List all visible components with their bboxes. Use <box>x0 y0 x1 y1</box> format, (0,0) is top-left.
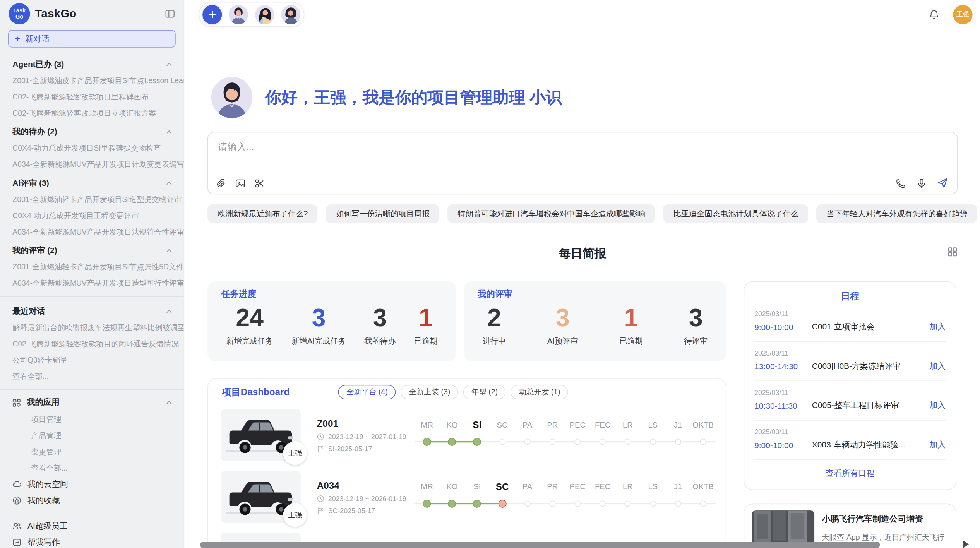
sidebar-item[interactable]: Z001-全新燃油轻卡产品开发项目SI节点属性5D文件评审 <box>0 259 184 275</box>
sidebar-item[interactable]: Z001-全新燃油皮卡产品开发项目SI节点Lesson Learn报告 <box>0 72 184 89</box>
sidebar-item[interactable]: C0X4-动力总成开发项目工程变更评审 <box>0 207 184 224</box>
add-member-button[interactable] <box>202 5 222 24</box>
member-avatar-1[interactable] <box>229 5 248 24</box>
suggestion-chip-2[interactable]: 特朗普可能对进口汽车增税会对中国车企造成哪些影响 <box>448 204 655 223</box>
milestone-dot <box>498 500 506 508</box>
notification-bell-icon[interactable] <box>929 9 939 19</box>
recent-title[interactable]: 最近对话 <box>0 301 184 319</box>
stat: 3我的待办 <box>364 301 396 347</box>
join-link[interactable]: 加入 <box>929 400 946 411</box>
dashboard-header: 项目Dashboard 全新平台 (4)全新上装 (3)年型 (2)动总开发 (… <box>218 385 716 399</box>
sidebar-collapse-icon[interactable] <box>165 9 175 19</box>
phone-icon[interactable] <box>896 178 906 188</box>
sidebar-footer: AI超级员工帮我写作创意制图 <box>0 518 184 548</box>
milestone-label: PR <box>547 481 558 492</box>
stat-value: 2 <box>483 301 506 334</box>
stat-value: 24 <box>226 301 273 334</box>
greeting-row: 你好，王强，我是你的项目管理助理 小识 <box>207 77 958 118</box>
briefing-title: 每日简报 <box>559 247 607 260</box>
send-icon[interactable] <box>937 178 948 189</box>
project-code: Z001 <box>317 418 411 428</box>
join-link[interactable]: 加入 <box>929 439 946 450</box>
star-icon <box>12 496 21 505</box>
recent-conversation-item[interactable]: 查看全部... <box>0 368 184 384</box>
attachment-icon[interactable] <box>216 178 226 188</box>
milestone-PR: PR <box>540 478 565 516</box>
sidebar-section-title-0[interactable]: Agent已办 (3) <box>0 54 184 72</box>
milestone-PA: PA <box>515 478 540 516</box>
sidebar-item[interactable]: C0X4-动力总成开发项目SI里程碑提交物检查 <box>0 140 184 156</box>
project-row-A034[interactable]: 王强A0342023-12-19 ~ 2026-01-19SC-2025-05-… <box>218 471 716 523</box>
sidebar-item[interactable]: C02-飞腾新能源轻客改款项目里程碑画布 <box>0 89 184 105</box>
event-name: X003-车辆动力学性能验... <box>812 439 925 450</box>
suggestion-chip-0[interactable]: 欧洲新规最近颁布了什么? <box>207 204 318 223</box>
chat-input[interactable] <box>208 132 957 169</box>
dashboard-tab-3[interactable]: 动总开发 (1) <box>511 385 569 399</box>
scissors-icon[interactable] <box>254 178 265 188</box>
new-chat-button[interactable]: + 新对话 <box>8 30 176 48</box>
dashboard-tab-0[interactable]: 全新平台 (4) <box>338 385 396 399</box>
milestone-dot <box>675 439 681 445</box>
my-apps-child-item[interactable]: 查看全部... <box>0 460 184 476</box>
layout-grid-icon[interactable] <box>947 247 958 257</box>
chevron-up-icon[interactable] <box>166 308 173 315</box>
milestone-dot <box>700 439 706 445</box>
sidebar-item-cloud[interactable]: 我的云空间 <box>0 476 184 492</box>
member-avatar-3[interactable] <box>281 5 301 24</box>
project-rows: 王强Z0012023-12-19 ~ 2027-01-19SI-2025-05-… <box>218 409 716 548</box>
join-link[interactable]: 加入 <box>929 321 946 332</box>
sidebar-item[interactable]: Z001-全新燃油轻卡产品开发项目SI造型提交物评审 <box>0 191 184 207</box>
dashboard-tab-1[interactable]: 全新上装 (3) <box>401 385 459 399</box>
scroll-right-arrow[interactable] <box>963 541 969 548</box>
milestone-label: MR <box>421 481 433 492</box>
cloud-icon <box>12 480 21 489</box>
sidebar-item[interactable]: A034-全新新能源MUV产品开发项目造型可行性评审 <box>0 275 184 291</box>
chevron-up-icon[interactable] <box>166 247 173 254</box>
member-avatar-2[interactable] <box>255 5 274 24</box>
milestone-dot <box>423 438 431 446</box>
stat-value: 3 <box>291 301 346 334</box>
sidebar-item-my-apps[interactable]: 我的应用 <box>0 394 184 411</box>
horizontal-scrollbar[interactable] <box>200 542 880 548</box>
stat-value: 3 <box>684 301 708 334</box>
sidebar-section-title-2[interactable]: AI评审 (3) <box>0 173 184 191</box>
my-apps-child-item[interactable]: 变更管理 <box>0 444 184 460</box>
microphone-icon[interactable] <box>916 178 927 188</box>
milestone-OKTB: OKTB <box>690 478 716 516</box>
my-apps-child-item[interactable]: 项目管理 <box>0 411 184 428</box>
stat-label: 新增AI完成任务 <box>291 336 346 347</box>
sidebar-section-title-1[interactable]: 我的待办 (2) <box>0 121 184 140</box>
project-row-Z001[interactable]: 王强Z0012023-12-19 ~ 2027-01-19SI-2025-05-… <box>218 409 716 461</box>
chevron-up-icon[interactable] <box>166 180 173 187</box>
suggestion-chip-4[interactable]: 当下年轻人对汽车外观有怎样的喜好趋势 <box>817 204 977 223</box>
chevron-up-icon[interactable] <box>166 399 173 406</box>
sidebar-item[interactable]: A034-全新新能源MUV产品开发项目法规符合性评审 <box>0 224 184 240</box>
sidebar-item-star[interactable]: 我的收藏 <box>0 492 184 509</box>
sidebar-item-users[interactable]: AI超级员工 <box>0 518 184 534</box>
milestone-label: LS <box>648 420 658 431</box>
recent-conversation-item[interactable]: 公司Q3轻卡销量 <box>0 352 184 368</box>
chevron-up-icon[interactable] <box>166 61 173 68</box>
milestone-label: SI <box>473 481 481 492</box>
user-avatar[interactable]: 王强 <box>953 5 973 24</box>
clock-icon <box>317 495 324 502</box>
view-all-schedule-link[interactable]: 查看所有日程 <box>754 460 946 483</box>
chevron-up-icon[interactable] <box>166 128 173 135</box>
schedule-card: 日程 2025/03/119:00-10:00C001-立项审批会加入2025/… <box>744 281 956 490</box>
news-card[interactable]: 小鹏飞行汽车制造公司增资 天眼查 App 显示，近日广州汇天飞行汽... <box>744 504 956 548</box>
recent-conversation-item[interactable]: C02-飞腾新能源轻客改款项目的闭环通告反馈情况 <box>0 336 184 352</box>
sidebar-item[interactable]: C02-飞腾新能源轻客改款项目立项汇报方案 <box>0 105 184 121</box>
sidebar-item[interactable]: A034-全新新能源MUV产品开发项目计划变更表编写 <box>0 156 184 173</box>
recent-conversation-item[interactable]: 解释最新出台的欧盟报废车法规再生塑料比例被调至15%... <box>0 319 184 336</box>
suggestion-chip-1[interactable]: 如何写一份清晰的项目周报 <box>326 204 440 223</box>
dashboard-tab-2[interactable]: 年型 (2) <box>463 385 506 399</box>
suggestion-chip-3[interactable]: 比亚迪全固态电池计划具体说了什么 <box>663 204 809 223</box>
project-code: A034 <box>317 480 411 490</box>
sidebar-item-write[interactable]: 帮我写作 <box>0 534 184 548</box>
my-apps-child-item[interactable]: 产品管理 <box>0 428 184 444</box>
join-link[interactable]: 加入 <box>929 361 946 372</box>
milestone-nodes: MRKOSISCPAPRPECFECLRLSJ1OKTB <box>415 416 716 454</box>
image-upload-icon[interactable] <box>235 178 245 188</box>
sidebar-section-title-3[interactable]: 我的评审 (2) <box>0 240 184 259</box>
right-column: 日程 2025/03/119:00-10:00C001-立项审批会加入2025/… <box>744 281 956 548</box>
